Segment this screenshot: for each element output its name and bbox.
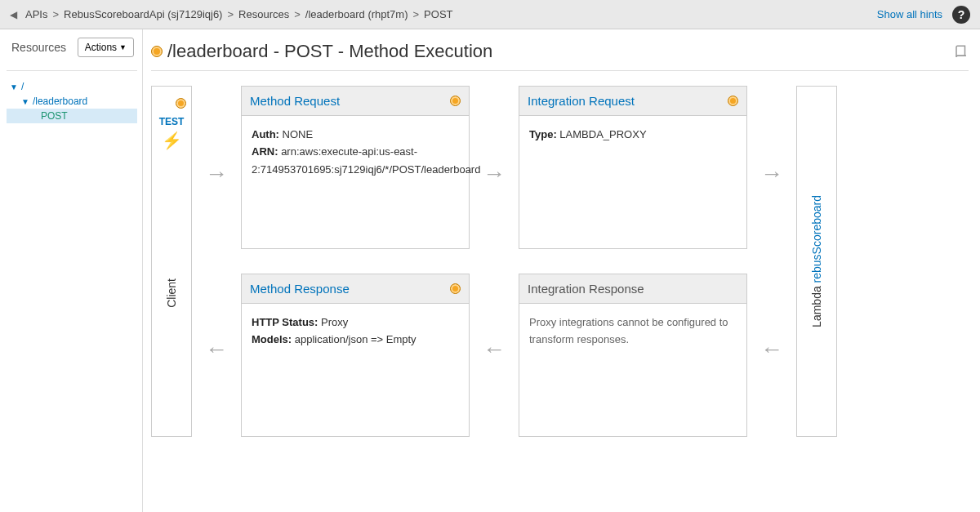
integration-response-title: Integration Response	[528, 282, 644, 296]
caret-down-icon[interactable]: ▼	[10, 82, 18, 91]
chevron-right-icon: >	[413, 8, 420, 20]
resource-tree: ▼ / ▼ /leaderboard POST	[7, 70, 137, 123]
sidebar-title: Resources	[11, 41, 66, 54]
arrow-right-icon	[760, 163, 783, 185]
hint-badge-icon[interactable]	[450, 283, 461, 294]
method-request-link[interactable]: Method Request	[250, 94, 340, 108]
client-label: Client	[165, 278, 178, 308]
caret-down-icon[interactable]: ▼	[21, 97, 29, 106]
arrow-left-icon	[760, 338, 783, 361]
arn-label: ARN:	[252, 145, 278, 158]
crumb-resources[interactable]: Resources	[238, 8, 289, 20]
method-response-link[interactable]: Method Response	[250, 282, 350, 296]
method-request-card: Method Request Auth: NONE ARN: arn:aws:e…	[241, 86, 470, 249]
show-all-hints-link[interactable]: Show all hints	[877, 8, 942, 20]
arrow-right-icon	[205, 163, 228, 185]
bolt-icon[interactable]: ⚡	[162, 131, 182, 150]
integration-response-card: Integration Response Proxy integrations …	[519, 274, 747, 437]
lambda-function-link[interactable]: rebusScoreboard	[810, 195, 823, 283]
actions-button[interactable]: Actions ▼	[78, 38, 134, 57]
client-box: TEST ⚡ Client	[151, 86, 192, 437]
method-execution-flow: TEST ⚡ Client Method Request	[151, 86, 969, 437]
actions-label: Actions	[85, 42, 117, 53]
arrow-left-icon	[205, 338, 228, 361]
type-label: Type:	[529, 128, 557, 140]
crumb-apis[interactable]: APIs	[25, 8, 47, 20]
breadcrumb: ◀ APIs > RebusScoreboardApi (sj7129iqj6)…	[10, 8, 453, 20]
method-label: POST	[41, 110, 68, 122]
chevron-left-icon[interactable]: ◀	[10, 9, 17, 20]
tree-root[interactable]: /	[21, 81, 24, 92]
help-icon[interactable]: ?	[952, 6, 970, 24]
tree-method-post[interactable]: POST	[7, 109, 137, 123]
crumb-method[interactable]: POST	[424, 8, 452, 20]
hint-badge-icon[interactable]	[728, 96, 738, 106]
models-label: Models:	[252, 333, 292, 345]
http-status-value: Proxy	[321, 316, 348, 328]
arrow-right-icon	[483, 163, 506, 185]
auth-label: Auth:	[252, 128, 279, 140]
lambda-prefix: Lambda	[810, 283, 823, 327]
integration-request-link[interactable]: Integration Request	[528, 94, 635, 108]
chevron-right-icon: >	[52, 8, 59, 20]
tree-resource-leaderboard[interactable]: /leaderboard	[33, 96, 87, 107]
lambda-label: Lambda rebusScoreboard	[810, 195, 823, 327]
lambda-box: Lambda rebusScoreboard	[796, 86, 837, 437]
caret-down-icon: ▼	[119, 43, 127, 51]
auth-value: NONE	[283, 128, 314, 140]
method-response-card: Method Response HTTP Status: Proxy Model…	[241, 274, 470, 437]
breadcrumb-bar: ◀ APIs > RebusScoreboardApi (sj7129iqj6)…	[0, 0, 980, 29]
arn-value: arn:aws:execute-api:us-east-2:7149537016…	[252, 145, 480, 175]
hint-badge-icon[interactable]	[151, 46, 163, 57]
crumb-resource-path[interactable]: /leaderboard (rhpt7m)	[305, 8, 408, 20]
book-icon[interactable]	[954, 44, 969, 59]
sidebar: Resources Actions ▼ ▼ / ▼ /leaderboard P…	[0, 29, 143, 512]
arrow-left-icon	[483, 338, 506, 361]
chevron-right-icon: >	[294, 8, 301, 20]
http-status-label: HTTP Status:	[252, 316, 318, 328]
hint-badge-icon[interactable]	[176, 98, 186, 109]
crumb-api-name[interactable]: RebusScoreboardApi (sj7129iqj6)	[64, 8, 222, 20]
integration-request-card: Integration Request Type: LAMBDA_PROXY	[519, 86, 747, 249]
hint-badge-icon[interactable]	[450, 96, 461, 106]
top-right-controls: Show all hints ?	[877, 6, 970, 24]
page-title: /leaderboard - POST - Method Execution	[167, 41, 492, 62]
test-link[interactable]: TEST	[159, 116, 185, 127]
chevron-right-icon: >	[227, 8, 234, 20]
integration-response-body: Proxy integrations cannot be configured …	[529, 316, 728, 345]
models-value: application/json => Empty	[295, 333, 416, 345]
type-value: LAMBDA_PROXY	[559, 128, 646, 140]
